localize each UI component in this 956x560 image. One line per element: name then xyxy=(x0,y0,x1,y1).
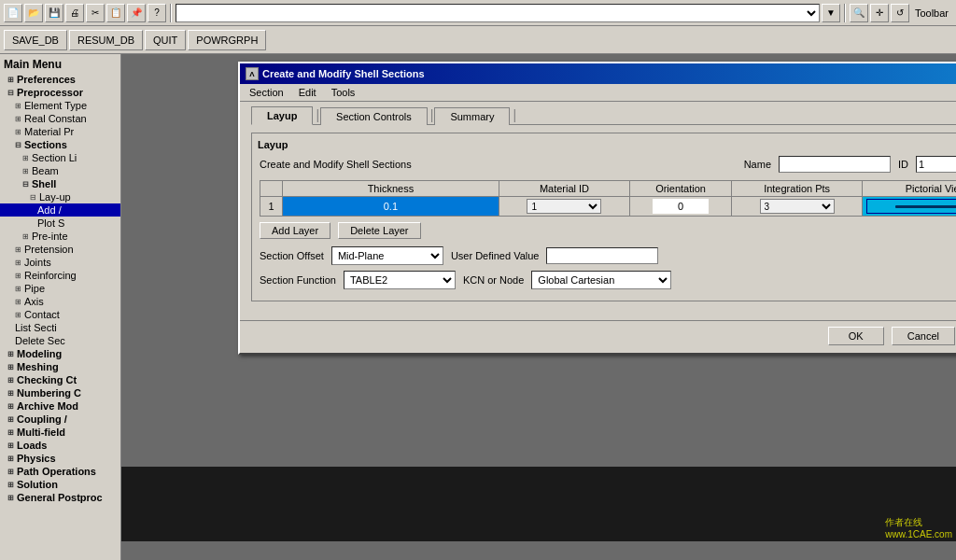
save-db-btn[interactable]: SAVE_DB xyxy=(4,30,67,50)
sidebar-item-list-secti[interactable]: List Secti xyxy=(0,321,120,334)
menu-section[interactable]: Section xyxy=(247,86,286,99)
tab-layup[interactable]: Layup xyxy=(251,106,313,125)
section-offset-select[interactable]: Top Mid-Plane Bottom User Defined xyxy=(331,246,443,265)
rotate-icon[interactable]: ↺ xyxy=(891,4,909,22)
help-icon[interactable]: ? xyxy=(148,4,166,22)
integration-select[interactable]: 3 xyxy=(760,199,835,214)
dropdown-btn[interactable]: ▼ xyxy=(822,4,840,22)
expand-icon: ⊞ xyxy=(7,481,14,489)
name-label: Name xyxy=(744,159,771,170)
expand-icon: ⊞ xyxy=(15,272,21,280)
sidebar-item-meshing[interactable]: ⊞ Meshing xyxy=(0,360,120,373)
sidebar-item-solution[interactable]: ⊞ Solution xyxy=(0,478,120,491)
sidebar-item-plot-s[interactable]: Plot S xyxy=(0,217,120,230)
sidebar-item-section-li[interactable]: ⊞ Section Li xyxy=(0,151,120,164)
sidebar-item-loads[interactable]: ⊞ Loads xyxy=(0,439,120,452)
group-label: Layup xyxy=(258,139,956,150)
expand-icon: ⊟ xyxy=(30,193,36,202)
sidebar-item-sections[interactable]: ⊟ Sections xyxy=(0,138,120,151)
expand-icon: ⊞ xyxy=(22,167,29,175)
sidebar-item-delete-sec[interactable]: Delete Sec xyxy=(0,334,120,347)
expand-icon: ⊞ xyxy=(7,455,14,463)
orientation-input[interactable] xyxy=(653,199,709,214)
sidebar-item-material-pr[interactable]: ⊞ Material Pr xyxy=(0,125,120,138)
sidebar-item-joints[interactable]: ⊞ Joints xyxy=(0,256,120,269)
sidebar-item-beam[interactable]: ⊞ Beam xyxy=(0,164,120,177)
sidebar-item-archive[interactable]: ⊞ Archive Mod xyxy=(0,399,120,413)
ok-btn[interactable]: OK xyxy=(828,327,884,345)
sidebar-item-preprocessor[interactable]: ⊟ Preprocessor xyxy=(0,86,120,99)
expand-icon: ⊞ xyxy=(15,259,21,267)
expand-icon: ⊞ xyxy=(7,428,14,437)
cut-icon[interactable]: ✂ xyxy=(86,4,105,22)
material-select[interactable]: 1 xyxy=(527,199,601,214)
sidebar-item-pretension[interactable]: ⊞ Pretension xyxy=(0,243,120,256)
sidebar-item-modeling[interactable]: ⊞ Modeling xyxy=(0,347,120,360)
pan-icon[interactable]: ✛ xyxy=(870,4,889,22)
menu-tools[interactable]: Tools xyxy=(330,86,358,99)
dialog-title-left: Λ Create and Modify Shell Sections xyxy=(246,67,425,80)
dialog-tabs: Layup | Section Controls | Summary | xyxy=(240,102,956,124)
sidebar-item-axis[interactable]: ⊞ Axis xyxy=(0,295,120,308)
section-function-select[interactable]: TABLE1 TABLE2 TABLE3 xyxy=(344,271,456,289)
open-icon[interactable]: 📂 xyxy=(24,4,43,22)
kcn-select[interactable]: Global Cartesian Local xyxy=(531,271,671,289)
menu-bar: SAVE_DB RESUM_DB QUIT POWRGRPH xyxy=(0,26,956,54)
sidebar-item-checking[interactable]: ⊞ Checking Ct xyxy=(0,373,120,386)
tab-section-controls[interactable]: Section Controls xyxy=(320,107,428,125)
id-input[interactable] xyxy=(916,156,956,173)
sidebar-item-numbering[interactable]: ⊞ Numbering C xyxy=(0,386,120,399)
toolbar-dropdown[interactable] xyxy=(176,4,820,22)
sidebar-item-shell[interactable]: ⊟ Shell xyxy=(0,177,120,190)
sidebar-item-pre-inte[interactable]: ⊞ Pre-inte xyxy=(0,230,120,243)
sidebar-item-physics[interactable]: ⊞ Physics xyxy=(0,452,120,465)
id-label: ID xyxy=(898,159,908,170)
sidebar-item-contact[interactable]: ⊞ Contact xyxy=(0,308,120,321)
sidebar-item-add[interactable]: Add / xyxy=(0,203,120,217)
resum-db-btn[interactable]: RESUM_DB xyxy=(69,30,143,50)
thickness-cell[interactable] xyxy=(283,197,499,217)
quit-btn[interactable]: QUIT xyxy=(145,30,186,50)
sidebar-item-path-ops[interactable]: ⊞ Path Operations xyxy=(0,465,120,478)
subtitle-label: Create and Modify Shell Sections xyxy=(260,159,737,170)
col-pictorial-header: Pictorial View xyxy=(863,181,956,197)
expand-icon: ⊞ xyxy=(15,298,21,306)
paste-icon[interactable]: 📌 xyxy=(127,4,146,22)
sidebar-item-reinforcing[interactable]: ⊞ Reinforcing xyxy=(0,269,120,282)
print-icon[interactable]: 🖨 xyxy=(65,4,84,22)
user-defined-input[interactable] xyxy=(546,247,658,264)
zoom-icon[interactable]: 🔍 xyxy=(850,4,868,22)
save-icon[interactable]: 💾 xyxy=(45,4,63,22)
sidebar-item-general-postproc[interactable]: ⊞ General Postproc xyxy=(0,491,120,504)
dialog-titlebar: Λ Create and Modify Shell Sections ✕ xyxy=(240,63,956,84)
sidebar-item-coupling[interactable]: ⊞ Coupling / xyxy=(0,413,120,426)
sidebar-item-element-type[interactable]: ⊞ Element Type xyxy=(0,99,120,112)
sidebar-item-real-constan[interactable]: ⊞ Real Constan xyxy=(0,112,120,125)
layup-group-box: Layup Create and Modify Shell Sections N… xyxy=(251,133,956,301)
sidebar-item-layup[interactable]: ⊟ Lay-up xyxy=(0,190,120,203)
cancel-btn[interactable]: Cancel xyxy=(892,327,955,345)
sidebar-item-pipe[interactable]: ⊞ Pipe xyxy=(0,282,120,295)
new-icon[interactable]: 📄 xyxy=(4,4,22,22)
copy-icon[interactable]: 📋 xyxy=(106,4,125,22)
sidebar-item-preferences[interactable]: ⊞ Preferences xyxy=(0,73,120,86)
col-material-header: Material ID xyxy=(499,181,629,197)
top-toolbar: 📄 📂 💾 🖨 ✂ 📋 📌 ? ▼ 🔍 ✛ ↺ Toolbar xyxy=(0,0,956,26)
sidebar-item-multifield[interactable]: ⊞ Multi-field xyxy=(0,426,120,439)
dialog-create-modify-shell: Λ Create and Modify Shell Sections ✕ Sec… xyxy=(238,62,956,355)
kcn-label: KCN or Node xyxy=(463,274,524,286)
expand-icon: ⊞ xyxy=(15,311,21,319)
expand-icon: ⊞ xyxy=(15,102,21,110)
material-cell: 1 xyxy=(499,197,629,217)
thickness-input[interactable] xyxy=(287,199,495,214)
tab-summary[interactable]: Summary xyxy=(434,107,510,125)
col-thickness-header: Thickness xyxy=(283,181,499,197)
main-layout: Main Menu ⊞ Preferences ⊟ Preprocessor ⊞… xyxy=(0,54,956,560)
delete-layer-btn[interactable]: Delete Layer xyxy=(338,222,420,239)
expand-icon: ⊞ xyxy=(7,376,14,385)
add-layer-btn[interactable]: Add Layer xyxy=(260,222,330,239)
powrgrph-btn[interactable]: POWRGRPH xyxy=(188,30,266,50)
menu-edit[interactable]: Edit xyxy=(297,86,318,99)
name-input[interactable] xyxy=(779,156,891,173)
orientation-cell xyxy=(630,197,732,217)
